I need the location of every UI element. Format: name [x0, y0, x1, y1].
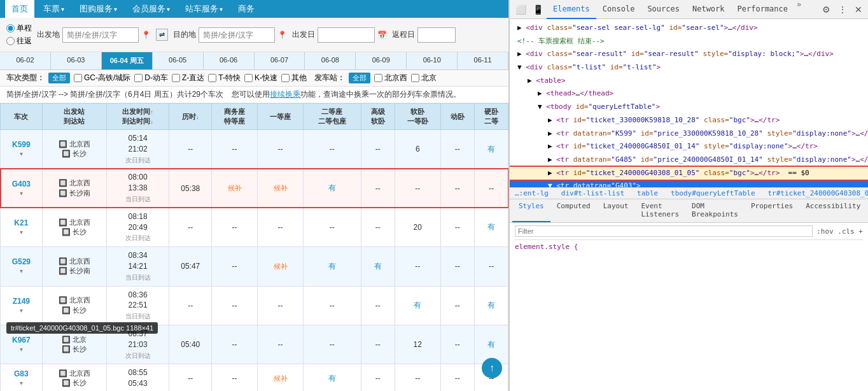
- duration-cell: --: [169, 130, 212, 169]
- train-num-cell[interactable]: G83▾: [1, 364, 43, 391]
- th-yingwo: 硬卧二等: [474, 104, 508, 130]
- date-tab-0606[interactable]: 06-06: [204, 52, 255, 69]
- ruanwo-cell: 12: [395, 325, 440, 364]
- gc-filter[interactable]: GC-高铁/城际: [74, 73, 130, 83]
- gaoji-cell: --: [361, 169, 395, 208]
- date-tab-0604[interactable]: 06-04 周五: [102, 52, 153, 69]
- dom-line-highlighted[interactable]: ▶ <tr id="ticket_240000G40308_01_05" cla…: [510, 167, 868, 180]
- transfer-link[interactable]: 接续换乘: [270, 90, 300, 99]
- date-tab-0605[interactable]: 06-05: [153, 52, 204, 69]
- bottom-tab-layout[interactable]: Layout: [597, 199, 635, 222]
- train-num-cell[interactable]: K599▾: [1, 130, 43, 169]
- round-trip-radio[interactable]: 往返: [6, 36, 32, 46]
- bottom-tab-properties[interactable]: Properties: [745, 199, 799, 222]
- breadcrumb-item[interactable]: tr#ticket_240000G40308_01_05.bgc: [767, 189, 868, 197]
- date-input[interactable]: 2021-06-04: [318, 27, 375, 43]
- date-tab-0602[interactable]: 06-02: [0, 52, 51, 69]
- devtools-tab-console[interactable]: Console: [596, 0, 641, 19]
- type-all-button[interactable]: 全部: [48, 73, 70, 83]
- dom-line[interactable]: ▶ <tr id="ticket_330000K59818_10_28" cla…: [510, 114, 868, 127]
- tooltip-box: tr#ticket_240000G40308_01_05.bgc 1188×41: [6, 322, 158, 334]
- z-filter[interactable]: Z-直达: [172, 73, 204, 83]
- ruanwo-cell: --: [395, 247, 440, 286]
- bottom-tab-dom-breakpoints[interactable]: DOM Breakpoints: [685, 199, 745, 222]
- th-second: 二等座二等包座: [303, 104, 361, 130]
- date-tab-0611[interactable]: 06-11: [458, 52, 508, 69]
- dongwo-cell: --: [440, 325, 474, 364]
- nav-item-business[interactable]: 商务: [232, 0, 261, 18]
- bottom-tab-event-listeners[interactable]: Event Listeners: [634, 199, 685, 222]
- breadcrumb-item[interactable]: table: [637, 189, 658, 197]
- k-filter[interactable]: K-快速: [244, 73, 277, 83]
- nav-item-purchase[interactable]: 图购服务 ▾: [73, 0, 123, 18]
- nav-item-ticket[interactable]: 车票 ▾: [37, 0, 71, 18]
- to-label: 目的地: [173, 29, 196, 40]
- styles-filter-input[interactable]: [515, 225, 813, 237]
- devtools-tab-sources[interactable]: Sources: [641, 0, 686, 19]
- devtools-tab-elements[interactable]: Elements: [547, 0, 596, 19]
- date-tab-0608[interactable]: 06-08: [305, 52, 356, 69]
- dom-tree: ▶ <div class="sear-sel sear-sel-lg" id="…: [510, 19, 868, 187]
- devtools-vertical-dots[interactable]: ⋮: [835, 3, 850, 17]
- date-tab-0607[interactable]: 06-07: [255, 52, 305, 69]
- devtools-inspect-button[interactable]: ⬜: [512, 3, 529, 17]
- bottom-tab-computed[interactable]: Computed: [550, 199, 597, 222]
- train-num-cell[interactable]: G403▾: [1, 169, 43, 208]
- yingwo-cell: 有: [474, 208, 508, 246]
- dom-line[interactable]: ▶ <thead>…</thead>: [510, 87, 868, 101]
- devtools-topbar: ⬜ 📱 Elements Console Sources Network Per…: [510, 0, 868, 19]
- beijing-west-filter[interactable]: 北京西: [374, 73, 407, 83]
- top-nav: 首页 车票 ▾ 图购服务 ▾ 会员服务 ▾ 站车服务 ▾ 商务: [0, 0, 508, 18]
- station-all-button[interactable]: 全部: [349, 73, 370, 83]
- dom-line[interactable]: ▼ <tbody id="queryLeftTable">: [510, 101, 868, 114]
- bottom-tab-styles[interactable]: Styles: [512, 199, 550, 222]
- train-num-cell[interactable]: G529▾: [1, 247, 43, 286]
- from-input[interactable]: [62, 27, 139, 43]
- nav-item-member[interactable]: 会员服务 ▾: [126, 0, 176, 18]
- breadcrumb-item[interactable]: div#t-list-list: [561, 189, 624, 197]
- beijing-filter[interactable]: 北京: [411, 73, 437, 83]
- nav-item-station[interactable]: 站车服务 ▾: [179, 0, 229, 18]
- breadcrumb-item[interactable]: …:ent-lg: [515, 189, 549, 197]
- ruanwo-cell: --: [395, 169, 440, 208]
- dom-line[interactable]: ▶ <tr id="ticket_240000G4850I_01_14" sty…: [510, 140, 868, 153]
- table-row: K21▾ 🔲 北京西🔲 长沙 08:1820:49次日到达 -- -- -- -…: [1, 208, 508, 246]
- dom-line[interactable]: ▶ <div class="sear-sel sear-sel-lg" id="…: [510, 22, 868, 35]
- dom-line[interactable]: ▶ <tr datatran="G485" id="price_240000G4…: [510, 153, 868, 167]
- devtools-tabs: Elements Console Sources Network Perform…: [547, 0, 804, 19]
- date-tab-0610[interactable]: 06-10: [407, 52, 458, 69]
- other-filter[interactable]: 其他: [281, 73, 307, 83]
- station-cell: 🔲 北京西🔲 长沙: [42, 208, 106, 246]
- devtools-more-tabs[interactable]: »: [794, 0, 804, 19]
- dongwo-cell: --: [440, 169, 474, 208]
- bottom-tab-accessibility[interactable]: Accessibility: [799, 199, 867, 222]
- to-input[interactable]: [199, 27, 275, 43]
- t-filter[interactable]: T-特快: [208, 73, 241, 83]
- nav-item-home[interactable]: 首页: [5, 0, 34, 18]
- train-table-container: 车次 出发站到达站 出发时间↑到达时间↓ 历时↓ 商务座特等座 一等座 二等座二…: [0, 103, 508, 391]
- train-num-cell[interactable]: K21▾: [1, 208, 43, 246]
- exchange-button[interactable]: ⇌: [156, 29, 168, 41]
- dom-line[interactable]: ▼ <div class="t-list" id="t-list">: [510, 61, 868, 75]
- dom-line-selected[interactable]: ▼ <tr datatran="G403">: [510, 180, 868, 187]
- devtools-device-button[interactable]: 📱: [529, 3, 547, 17]
- d-filter[interactable]: D-动车: [134, 73, 168, 83]
- devtools-tab-network[interactable]: Network: [686, 0, 731, 19]
- devtools-settings-button[interactable]: ⚙: [819, 3, 834, 17]
- dom-line[interactable]: ▶ <div class="sear-result" id="sear-resu…: [510, 48, 868, 61]
- th-train: 车次: [1, 104, 43, 130]
- date-tab-0603[interactable]: 06-03: [51, 52, 102, 69]
- devtools-close-button[interactable]: ✕: [851, 3, 865, 17]
- return-label: 返程日: [392, 29, 415, 40]
- station-cell: 🔲 北京西🔲 长沙: [42, 130, 106, 169]
- return-date-input[interactable]: 2021: [417, 27, 456, 43]
- date-tab-0609[interactable]: 06-09: [356, 52, 407, 69]
- breadcrumb-item[interactable]: tbody#queryLeftTable: [671, 189, 755, 197]
- single-trip-radio[interactable]: 单程: [6, 23, 32, 34]
- dom-line[interactable]: ▶ <tr datatran="K599" id="price_330000K5…: [510, 127, 868, 141]
- dom-line[interactable]: ▶ <table>: [510, 75, 868, 88]
- scroll-up-button[interactable]: ↑: [482, 358, 502, 378]
- devtools-tab-performance[interactable]: Performance: [731, 0, 794, 19]
- dom-line-comment[interactable]: <!-- 车票搜索框 结束-->: [510, 35, 868, 48]
- train-num-cell[interactable]: Z149▾: [1, 286, 43, 325]
